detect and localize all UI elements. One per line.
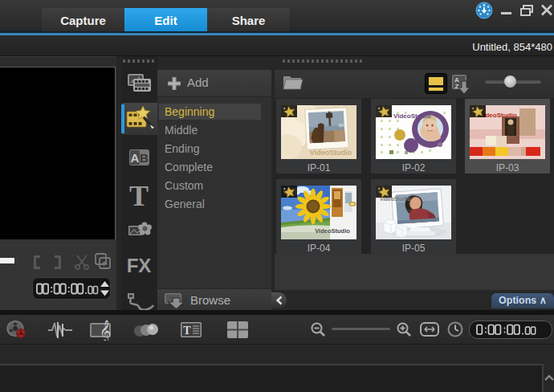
svg-text:VideoStudio: VideoStudio (393, 112, 431, 120)
svg-text:VideoStudio: VideoStudio (310, 149, 352, 157)
svg-text:FX: FX (127, 255, 152, 276)
svg-text:𝄞: 𝄞 (100, 320, 111, 341)
svg-text:A: A (131, 151, 140, 165)
svg-text:B: B (140, 151, 149, 165)
svg-text:T: T (183, 325, 191, 337)
svg-text:Z: Z (455, 83, 459, 90)
svg-text:T: T (129, 183, 149, 207)
svg-text:VideoStudio: VideoStudio (315, 227, 350, 235)
